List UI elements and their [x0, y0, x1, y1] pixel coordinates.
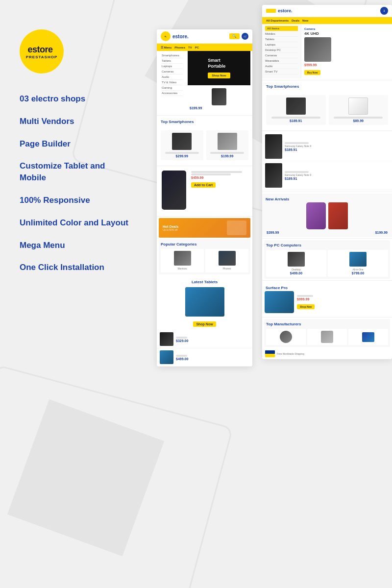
- mock-r-row-price-2: $189.91: [285, 177, 311, 180]
- left-panel: estore . PRESTASHOP 03 electro shops Mul…: [0, 0, 152, 588]
- mock-logo-icon: e.: [161, 31, 171, 41]
- feature-item-5[interactable]: Unlimited Color and Layout: [20, 217, 132, 229]
- mock-title-2: [210, 152, 244, 154]
- mock-tower-price: $499.00: [290, 271, 302, 275]
- mock-nav-item-2: Phones: [174, 46, 185, 49]
- mock-product-name-line: [191, 171, 242, 173]
- mock-pc-title: Top PC Computers: [266, 242, 388, 248]
- mock-sidebar-r-3: Laptops: [265, 42, 298, 48]
- mock-divider-r5: [262, 280, 392, 281]
- mock-row-price-2: $499.00: [176, 357, 188, 361]
- feature-item-7[interactable]: One Click Installation: [20, 262, 132, 273]
- mock-banner-title: Hot Deals: [163, 225, 178, 228]
- mock-product-name-line-2: [191, 173, 231, 175]
- mock-cat-6: TV & Video: [162, 80, 183, 85]
- mock-tablet-title: Latest Tablets: [160, 279, 249, 285]
- mock-sidebar-r-4: Desktop PC: [265, 48, 298, 53]
- mock-r-row-title-2: [285, 171, 309, 173]
- mock-brands-grid: [266, 329, 388, 345]
- mock-brand-img-2: [321, 331, 333, 343]
- mock-orange-banner: Hot Deals Up to 50% off: [159, 218, 250, 238]
- mock-search-btn: 🔍: [229, 33, 240, 39]
- feature-item-0[interactable]: 03 electro shops: [20, 93, 132, 105]
- mock-surface-row: $999.99 Shop Now: [265, 291, 390, 313]
- mock-right-nav-2: Deals: [292, 19, 299, 22]
- mock-purple-title: New Arrivals: [265, 196, 390, 202]
- mock-feat-img-1: [174, 251, 191, 266]
- mock-brand-2: [307, 329, 347, 345]
- mock-sidebar-list: Smartphones Tablets Laptops Cameras Audi…: [159, 51, 186, 98]
- mock-sidebar-active: All Items: [265, 26, 298, 31]
- logo[interactable]: estore . PRESTASHOP: [20, 29, 64, 74]
- feature-item-6[interactable]: Mega Menu: [20, 240, 132, 251]
- mock-surface-img: [185, 287, 224, 317]
- mock-right-products: $189.91 $89.99: [262, 91, 392, 129]
- mock-product-price-tag: $459.99: [191, 176, 247, 179]
- mock-sidebar-r-6: Wearables: [265, 58, 298, 64]
- mock-right-logo: estore.: [266, 8, 293, 13]
- mock-brand-img-1: [280, 331, 292, 343]
- mock-feat-label-2: Phones: [223, 267, 231, 270]
- mock-cat-3: Laptops: [162, 64, 183, 69]
- mock-banner-text-container: Hot Deals Up to 50% off: [163, 225, 178, 231]
- mock-header-left: e. estore. 🔍 🛒: [157, 29, 252, 44]
- mock-cat-4: Cameras: [162, 69, 183, 74]
- mock-phone-img: [212, 88, 226, 105]
- mock-purple-phone-1: [306, 202, 326, 229]
- mock-cat-2: Tablets: [162, 58, 183, 64]
- mock-r-row-details-2: Samsung Galaxy Note 9 $189.91: [285, 171, 311, 180]
- mock-purple-prices: $399.99 $199.99: [265, 229, 390, 234]
- mock-r-img-row-2: [265, 163, 282, 188]
- mock-right-nav-3: New: [302, 19, 308, 22]
- mock-right-sidebar: All Items Mobiles Tablets Laptops Deskto…: [262, 24, 301, 78]
- mock-row-img-2: [160, 350, 173, 364]
- mock-sidebar: Smartphones Tablets Laptops Cameras Audi…: [159, 51, 186, 112]
- mock-nav-item-3: TV: [188, 46, 192, 49]
- mock-banner-img: [227, 220, 246, 235]
- mock-add-cart-btn: Add to Cart: [191, 182, 216, 188]
- mock-cat-1: Smartphones: [162, 53, 183, 58]
- mock-surface-img-2: [265, 291, 294, 313]
- mock-product-img-1: [172, 133, 192, 150]
- feature-item-3[interactable]: Customize Tablet and Mobile: [20, 160, 132, 184]
- mock-right-two-col: All Items Mobiles Tablets Laptops Deskto…: [262, 24, 392, 78]
- mock-flag-icon: [265, 350, 275, 357]
- mock-right-title-2: [334, 117, 383, 119]
- mock-camera-btn: Buy Now: [304, 70, 320, 75]
- right-panel: e. estore. 🔍 🛒 ☰ Menu Phones TV PC Smart…: [147, 0, 392, 588]
- mock-cat-8: Accessories: [162, 91, 183, 96]
- mock-right-content: Camera 4K UHD $599.99 Buy Now: [301, 24, 392, 78]
- mock-hero-banner: SmartPortable Shop Now: [188, 51, 250, 85]
- feature-item-1[interactable]: Multi Vendors: [20, 116, 132, 127]
- mock-tablet-section: Latest Tablets Shop Now: [157, 276, 252, 330]
- mock-right-product-2: $89.99: [329, 95, 389, 125]
- mock-featured-section: Popular Categories Monitors Phones: [159, 239, 250, 274]
- mock-surface-details: $999.99 Shop Now: [297, 294, 315, 310]
- mock-feat-2: Phones: [205, 249, 248, 272]
- mock-right-price-1: $189.91: [290, 119, 302, 122]
- mock-product-1: $299.99: [161, 130, 203, 160]
- mock-sidebar-r-8: Smart TV: [265, 69, 298, 74]
- mock-feat-img-2: [219, 251, 236, 266]
- mock-prod-price-2: $199.99: [221, 154, 233, 158]
- mock-row-title-2: [176, 355, 187, 357]
- mock-brand-1: [266, 329, 306, 345]
- mock-pc-item-1: Desktop $499.00: [266, 250, 326, 277]
- mock-divider-r6: [262, 317, 392, 318]
- mock-row-title-1: [176, 337, 187, 339]
- mock-large-phone-img: [162, 171, 186, 210]
- mock-purple-price-2: $199.99: [375, 231, 388, 234]
- mock-product-img-2: [218, 133, 237, 150]
- feature-item-4[interactable]: 100% Responsive: [20, 195, 132, 206]
- mock-price-1: $199.99: [190, 106, 248, 110]
- mock-surface-title: Surface Pro: [265, 285, 390, 291]
- mock-bottom-text: Free Worldwide Shipping: [277, 352, 304, 355]
- mock-pc-item-2: All-in-One $799.00: [328, 250, 388, 277]
- mock-sidebar-r-7: Audio: [265, 64, 298, 69]
- mock-tower-label: Desktop: [292, 268, 300, 271]
- mock-pc-grid: Desktop $499.00 All-in-One $799.00: [266, 250, 388, 277]
- mock-right-brand: estore.: [278, 8, 293, 13]
- feature-item-2[interactable]: Page Builder: [20, 138, 132, 150]
- mock-camera-price: $599.99: [304, 63, 389, 67]
- mock-monitor-label: All-in-One: [352, 268, 363, 271]
